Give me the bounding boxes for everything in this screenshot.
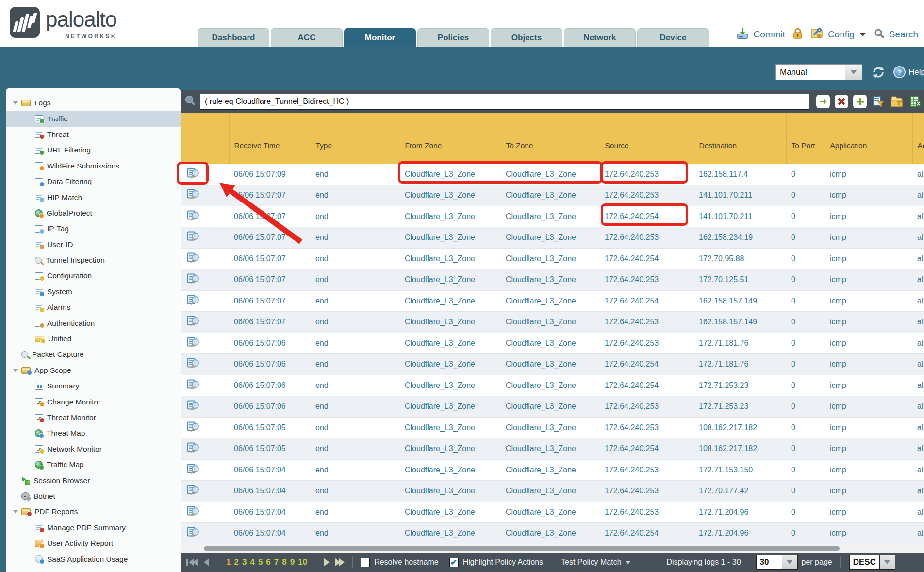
tree-expander-icon[interactable] <box>10 101 21 105</box>
log-to-zone[interactable]: Cloudflare_L3_Zone <box>501 227 600 249</box>
horizontal-scrollbar[interactable] <box>181 544 924 553</box>
table-row[interactable]: 06/06 15:07:07 end Cloudflare_L3_Zone Cl… <box>181 290 924 312</box>
sidebar-item-user-id[interactable]: User-ID <box>6 237 181 252</box>
log-source[interactable]: 172.64.240.253 <box>600 269 694 291</box>
log-source[interactable]: 172.64.240.253 <box>600 459 694 481</box>
table-row[interactable]: 06/06 15:07:05 end Cloudflare_L3_Zone Cl… <box>181 417 924 438</box>
table-row[interactable]: 06/06 15:07:07 end Cloudflare_L3_Zone Cl… <box>181 185 924 206</box>
log-source[interactable]: 172.64.240.253 <box>600 396 694 418</box>
log-detail-icon[interactable] <box>187 400 200 411</box>
log-to-zone[interactable]: Cloudflare_L3_Zone <box>501 290 600 312</box>
page-number[interactable]: 3 <box>242 557 247 567</box>
horizontal-scrollbar-thumb[interactable] <box>204 546 840 551</box>
log-source[interactable]: 172.64.240.254 <box>600 375 694 396</box>
log-application[interactable]: icmp <box>825 333 912 354</box>
sidebar-item-traffic-map[interactable]: Traffic Map <box>6 457 181 472</box>
log-destination[interactable]: 172.70.125.51 <box>694 269 786 291</box>
log-to-zone[interactable]: Cloudflare_L3_Zone <box>501 354 600 375</box>
sidebar-item-system[interactable]: System <box>6 284 181 300</box>
log-application[interactable]: icmp <box>825 269 912 291</box>
log-to-zone[interactable]: Cloudflare_L3_Zone <box>501 417 600 438</box>
sidebar-item-threat-monitor[interactable]: Threat Monitor <box>6 410 181 425</box>
log-detail-icon[interactable] <box>187 337 200 348</box>
log-destination[interactable]: 141.101.70.211 <box>694 185 786 206</box>
log-source[interactable]: 172.64.240.254 <box>600 206 694 227</box>
log-from-zone[interactable]: Cloudflare_L3_Zone <box>400 396 501 418</box>
table-row[interactable]: 06/06 15:07:06 end Cloudflare_L3_Zone Cl… <box>181 375 924 396</box>
log-detail-icon[interactable] <box>187 464 200 474</box>
sidebar-item-logs[interactable]: Logs <box>6 95 181 111</box>
log-source[interactable]: 172.64.240.253 <box>600 164 694 185</box>
log-from-zone[interactable]: Cloudflare_L3_Zone <box>400 438 501 460</box>
log-destination[interactable]: 172.71.153.150 <box>694 459 786 481</box>
log-destination[interactable]: 162.158.117.4 <box>694 164 786 185</box>
sidebar-item-data-filtering[interactable]: Data Filtering <box>6 174 181 189</box>
prev-page-button[interactable] <box>204 558 209 566</box>
log-application[interactable]: icmp <box>825 502 912 523</box>
config-button[interactable]: Config <box>828 29 855 40</box>
log-from-zone[interactable]: Cloudflare_L3_Zone <box>400 248 501 269</box>
nav-tab-acc[interactable]: ACC <box>271 28 343 47</box>
table-row[interactable]: 06/06 15:07:05 end Cloudflare_L3_Zone Cl… <box>181 438 924 460</box>
log-from-zone[interactable]: Cloudflare_L3_Zone <box>400 227 501 249</box>
table-row[interactable]: 06/06 15:07:06 end Cloudflare_L3_Zone Cl… <box>181 396 924 418</box>
next-page-button[interactable] <box>324 558 330 566</box>
log-from-zone[interactable]: Cloudflare_L3_Zone <box>400 164 501 185</box>
log-source[interactable]: 172.64.240.253 <box>600 333 694 354</box>
log-detail-icon[interactable] <box>187 189 200 200</box>
add-filter-button[interactable] <box>853 95 867 108</box>
search-button[interactable]: Search <box>889 29 918 40</box>
column-header[interactable]: Application <box>825 113 912 164</box>
sidebar-item-globalprotect[interactable]: GlobalProtect <box>6 205 181 221</box>
table-row[interactable]: 06/06 15:07:07 end Cloudflare_L3_Zone Cl… <box>181 248 924 269</box>
page-number[interactable]: 4 <box>250 557 254 567</box>
table-row[interactable]: 06/06 15:07:04 end Cloudflare_L3_Zone Cl… <box>181 459 924 481</box>
page-number[interactable]: 6 <box>266 557 270 567</box>
table-row[interactable]: 06/06 15:07:07 end Cloudflare_L3_Zone Cl… <box>181 312 924 333</box>
log-from-zone[interactable]: Cloudflare_L3_Zone <box>400 354 501 375</box>
log-from-zone[interactable]: Cloudflare_L3_Zone <box>400 502 501 523</box>
table-row[interactable]: 06/06 15:07:07 end Cloudflare_L3_Zone Cl… <box>181 227 924 249</box>
log-application[interactable]: icmp <box>825 354 912 375</box>
log-application[interactable]: icmp <box>825 459 912 481</box>
log-detail-icon[interactable] <box>187 316 200 326</box>
log-detail-icon[interactable] <box>187 358 200 369</box>
log-to-zone[interactable]: Cloudflare_L3_Zone <box>501 312 600 333</box>
nav-tab-monitor[interactable]: Monitor <box>344 28 416 47</box>
log-source[interactable]: 172.64.240.254 <box>600 354 694 375</box>
log-to-zone[interactable]: Cloudflare_L3_Zone <box>501 523 600 544</box>
log-to-zone[interactable]: Cloudflare_L3_Zone <box>501 206 600 227</box>
sidebar-item-saas-application-usage[interactable]: SaaS Application Usage <box>6 551 181 567</box>
log-detail-icon[interactable] <box>187 210 200 221</box>
per-page-trigger[interactable] <box>782 555 798 570</box>
apply-filter-button[interactable] <box>816 95 830 108</box>
log-application[interactable]: icmp <box>825 523 912 544</box>
log-application[interactable]: icmp <box>825 375 912 396</box>
page-number[interactable]: 10 <box>298 557 307 567</box>
tree-expander-icon[interactable] <box>10 369 21 372</box>
log-application[interactable]: icmp <box>825 290 912 312</box>
log-application[interactable]: icmp <box>825 206 912 227</box>
log-from-zone[interactable]: Cloudflare_L3_Zone <box>400 459 501 481</box>
sidebar-item-ip-tag[interactable]: IP-Tag <box>6 221 181 236</box>
refresh-icon[interactable] <box>871 66 886 79</box>
sidebar-item-alarms[interactable]: Alarms <box>6 300 181 315</box>
log-application[interactable]: icmp <box>825 227 912 249</box>
log-application[interactable]: icmp <box>825 312 912 333</box>
table-row[interactable]: 06/06 15:07:07 end Cloudflare_L3_Zone Cl… <box>181 206 924 227</box>
log-destination[interactable]: 162.158.234.19 <box>694 227 786 249</box>
log-application[interactable]: icmp <box>825 481 912 502</box>
log-detail-icon[interactable] <box>187 231 200 242</box>
log-detail-icon[interactable] <box>187 485 200 495</box>
log-application[interactable]: icmp <box>825 417 912 438</box>
log-from-zone[interactable]: Cloudflare_L3_Zone <box>400 417 501 438</box>
log-to-zone[interactable]: Cloudflare_L3_Zone <box>501 481 600 502</box>
sidebar-item-traffic[interactable]: Traffic <box>6 111 181 126</box>
log-from-zone[interactable]: Cloudflare_L3_Zone <box>400 333 501 354</box>
log-application[interactable]: icmp <box>825 438 912 460</box>
sidebar-item-change-monitor[interactable]: Change Monitor <box>6 394 181 409</box>
log-destination[interactable]: 162.158.157.149 <box>694 312 786 333</box>
log-to-zone[interactable]: Cloudflare_L3_Zone <box>501 333 600 354</box>
log-destination[interactable]: 108.162.217.182 <box>694 438 786 460</box>
column-header[interactable]: Source <box>600 113 694 164</box>
